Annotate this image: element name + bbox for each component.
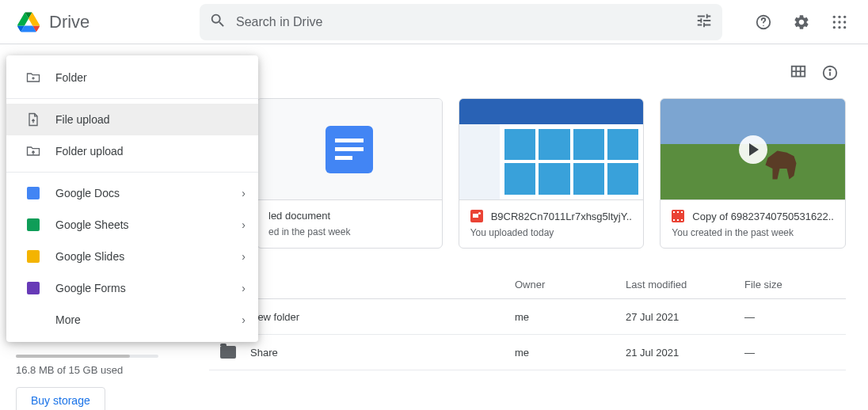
divider xyxy=(6,172,258,173)
toolbar: e ▾ xyxy=(209,54,846,98)
menu-item-more[interactable]: More › xyxy=(6,304,258,336)
card-title: led document xyxy=(268,210,330,222)
chevron-right-icon: › xyxy=(242,282,246,294)
table-row[interactable]: New folder me 27 Jul 2021 — xyxy=(209,299,846,335)
new-folder-icon xyxy=(25,70,41,85)
svg-point-5 xyxy=(833,21,836,23)
play-icon xyxy=(739,135,767,164)
header-icons xyxy=(748,6,855,38)
table-row[interactable]: Share me 21 Jul 2021 — xyxy=(209,335,846,370)
svg-point-9 xyxy=(838,26,840,28)
search-bar[interactable] xyxy=(200,4,722,40)
menu-item-folder[interactable]: Folder xyxy=(6,62,258,93)
svg-point-3 xyxy=(838,15,840,17)
divider xyxy=(6,98,258,99)
svg-point-7 xyxy=(843,21,846,23)
menu-item-forms[interactable]: Google Forms › xyxy=(6,272,258,304)
multcloud-thumb xyxy=(459,99,644,199)
card-subtitle: You created in the past week xyxy=(672,227,834,238)
grid-view-icon[interactable] xyxy=(782,57,814,89)
chevron-right-icon: › xyxy=(242,313,246,326)
menu-label: Folder xyxy=(55,71,87,84)
search-icon xyxy=(209,12,227,32)
row-size: — xyxy=(744,347,839,359)
row-owner: me xyxy=(515,311,626,323)
docs-thumb-icon xyxy=(326,126,373,173)
col-header-size[interactable]: File size xyxy=(744,279,839,290)
row-owner: me xyxy=(515,347,626,359)
menu-label: More xyxy=(55,313,81,326)
settings-icon[interactable] xyxy=(786,6,817,38)
card-subtitle: You uploaded today xyxy=(470,227,633,238)
header: Drive xyxy=(0,0,868,44)
menu-item-sheets[interactable]: Google Sheets › xyxy=(6,209,258,241)
forms-app-icon xyxy=(27,282,40,294)
svg-point-10 xyxy=(843,26,846,28)
suggested-row: led document ed in the past week B9CR82C… xyxy=(257,98,846,249)
video-thumb xyxy=(661,99,845,199)
card-subtitle: ed in the past week xyxy=(268,226,431,237)
file-upload-icon xyxy=(25,112,41,127)
storage-bar xyxy=(16,355,158,358)
suggested-card[interactable]: led document ed in the past week xyxy=(257,98,443,249)
menu-item-file-upload[interactable]: File upload xyxy=(6,104,258,135)
col-header-name[interactable]: Name xyxy=(215,279,515,290)
menu-label: Google Sheets xyxy=(55,218,129,231)
menu-item-folder-upload[interactable]: Folder upload xyxy=(6,135,258,167)
docs-app-icon xyxy=(27,187,40,199)
menu-label: Google Forms xyxy=(55,282,126,294)
search-input[interactable] xyxy=(236,15,695,29)
folder-upload-icon xyxy=(25,143,41,159)
svg-point-8 xyxy=(833,26,836,28)
chevron-right-icon: › xyxy=(242,218,246,231)
svg-point-1 xyxy=(763,25,763,25)
video-icon xyxy=(672,210,684,222)
new-context-menu: Folder File upload Folder upload Google … xyxy=(6,55,258,342)
menu-item-slides[interactable]: Google Slides › xyxy=(6,241,258,272)
table-header: Name Owner Last modified File size xyxy=(209,271,846,299)
menu-label: Google Docs xyxy=(55,187,120,199)
app-title: Drive xyxy=(49,12,89,32)
menu-label: Folder upload xyxy=(55,145,124,158)
buy-storage-button[interactable]: Buy storage xyxy=(16,387,105,410)
suggested-card[interactable]: Copy of 69823740750531622... You created… xyxy=(660,98,846,249)
svg-point-4 xyxy=(843,15,846,17)
chevron-right-icon: › xyxy=(242,187,246,199)
slides-app-icon xyxy=(27,250,40,263)
storage-used-text: 16.8 MB of 15 GB used xyxy=(16,364,187,376)
image-icon xyxy=(470,210,483,222)
logo-area[interactable]: Drive xyxy=(13,6,200,38)
folder-icon xyxy=(220,346,236,359)
col-header-modified[interactable]: Last modified xyxy=(626,279,744,290)
svg-point-6 xyxy=(838,21,840,23)
row-modified: 27 Jul 2021 xyxy=(626,311,744,323)
row-size: — xyxy=(744,311,839,323)
row-name: Share xyxy=(250,347,278,359)
help-icon[interactable] xyxy=(748,6,779,38)
svg-point-2 xyxy=(833,15,836,17)
chevron-right-icon: › xyxy=(242,250,246,263)
col-header-owner[interactable]: Owner xyxy=(515,279,626,290)
main-area: e ▾ led document ed in the past week xyxy=(187,44,868,410)
svg-point-17 xyxy=(829,70,830,70)
drive-logo-icon xyxy=(13,6,44,38)
suggested-card[interactable]: B9CR82Cn7011Lr7xhsg5ltyjY... You uploade… xyxy=(459,98,645,249)
sheets-app-icon xyxy=(27,218,40,231)
tune-icon[interactable] xyxy=(695,12,713,32)
menu-label: Google Slides xyxy=(55,250,124,263)
info-icon[interactable] xyxy=(814,57,846,89)
row-modified: 21 Jul 2021 xyxy=(626,347,744,359)
apps-icon[interactable] xyxy=(824,6,855,38)
menu-item-docs[interactable]: Google Docs › xyxy=(6,177,258,209)
menu-label: File upload xyxy=(55,113,110,126)
card-title: B9CR82Cn7011Lr7xhsg5ltyjY... xyxy=(491,211,633,222)
card-title: Copy of 69823740750531622... xyxy=(692,211,834,222)
